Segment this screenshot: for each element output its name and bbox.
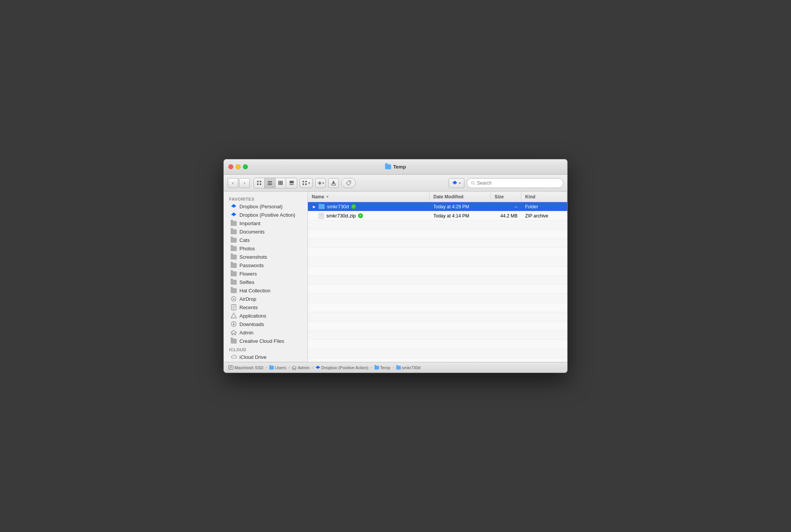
bc-sep: › (288, 365, 290, 370)
sidebar-item-documents[interactable]: Documents (225, 227, 306, 236)
sidebar: Favorites Dropbox (Personal) (224, 191, 308, 362)
sidebar-item-dropbox-personal[interactable]: Dropbox (Personal) (225, 202, 306, 211)
bc-label: Temp (380, 365, 391, 370)
cloud-icon (231, 354, 237, 360)
svg-rect-4 (268, 181, 272, 182)
tag-button[interactable] (341, 178, 356, 188)
kind-column-header[interactable]: Kind (521, 191, 567, 202)
search-icon (471, 181, 475, 185)
close-button[interactable] (228, 164, 233, 169)
action-chevron: ▾ (322, 181, 324, 185)
svg-rect-0 (257, 181, 259, 182)
sidebar-item-important[interactable]: Important (225, 219, 306, 227)
sidebar-item-recents[interactable]: Recents (225, 303, 306, 311)
bc-label: Macintosh SSD (234, 365, 264, 370)
minimize-button[interactable] (236, 164, 241, 169)
search-input[interactable] (477, 180, 559, 186)
dropbox-chevron: ▾ (459, 181, 461, 185)
svg-rect-17 (305, 183, 307, 185)
sidebar-label: Applications (239, 313, 266, 319)
breadcrumb-dropbox[interactable]: Dropbox (Positive Action) (316, 365, 369, 370)
sidebar-label: Dropbox (Positive Action) (239, 212, 295, 218)
svg-marker-46 (231, 330, 236, 335)
bc-sep: › (312, 365, 313, 370)
svg-rect-14 (303, 181, 304, 182)
dropbox-button[interactable]: ▾ (449, 178, 464, 188)
breadcrumb-temp[interactable]: Temp (374, 365, 391, 370)
folder-icon (231, 338, 237, 344)
svg-rect-12 (291, 184, 293, 185)
share-button[interactable] (328, 178, 339, 188)
folder-icon (231, 220, 237, 226)
sidebar-item-hat-collection[interactable]: Hat Collection (225, 286, 306, 295)
search-box[interactable] (467, 178, 563, 188)
table-row[interactable]: smkr730d.zip Today at 4:14 PM 44.2 MB ZI… (308, 211, 567, 221)
name-column-header[interactable]: Name ▼ (308, 191, 430, 202)
sidebar-label: Creative Cloud Files (239, 338, 284, 344)
sidebar-item-cats[interactable]: Cats (225, 236, 306, 244)
table-row[interactable]: ▶ smkr730d Today at 4:29 PM -- Folder (308, 202, 567, 211)
svg-point-22 (349, 181, 350, 182)
folder-icon (231, 287, 237, 294)
finder-window: Temp ‹ › (223, 159, 568, 373)
breadcrumb-macintosh-ssd[interactable]: Macintosh SSD (228, 365, 264, 370)
table-row-empty (308, 349, 567, 358)
folder-icon (231, 271, 237, 277)
sidebar-item-photos[interactable]: Photos (225, 244, 306, 253)
sidebar-item-admin[interactable]: Admin (225, 328, 306, 337)
back-button[interactable]: ‹ (228, 178, 238, 188)
view-column-button[interactable] (275, 178, 286, 188)
breadcrumb-admin[interactable]: Admin (292, 365, 309, 370)
bc-label: Users (275, 365, 286, 370)
svg-rect-5 (268, 183, 272, 183)
breadcrumb-smkr730d[interactable]: smkr730d (396, 365, 420, 370)
file-list: ▶ smkr730d Today at 4:29 PM -- Folder (308, 202, 567, 362)
group-button[interactable]: ▾ (299, 178, 313, 188)
file-size-cell: 44.2 MB (491, 213, 521, 219)
size-column-header[interactable]: Size (491, 191, 521, 202)
date-column-header[interactable]: Date Modified (430, 191, 491, 202)
maximize-button[interactable] (243, 164, 248, 169)
file-name: smkr730d.zip (326, 213, 356, 219)
file-date: Today at 4:29 PM (433, 204, 469, 209)
sidebar-item-flowers[interactable]: Flowers (225, 269, 306, 278)
sidebar-item-icloud-drive[interactable]: iCloud Drive (225, 353, 306, 361)
bc-label: Admin (298, 365, 309, 370)
breadcrumb-users[interactable]: Users (269, 365, 286, 370)
svg-marker-43 (231, 313, 236, 318)
action-button[interactable]: ▾ (315, 178, 326, 188)
table-row-empty (308, 257, 567, 266)
bc-label: smkr730d (402, 365, 420, 370)
folder-blue-icon (396, 366, 401, 370)
sidebar-label: Flowers (239, 271, 257, 277)
sidebar-item-selfies[interactable]: Selfies (225, 278, 306, 286)
svg-rect-6 (268, 184, 272, 185)
hd-icon (228, 365, 233, 370)
view-icon-button[interactable] (254, 178, 265, 188)
file-date-cell: Today at 4:29 PM (430, 204, 491, 209)
expand-arrow[interactable]: ▶ (312, 205, 316, 209)
table-row-empty (308, 331, 567, 340)
sidebar-item-airdrop[interactable]: AirDrop (225, 295, 306, 303)
table-row-empty (308, 303, 567, 312)
file-kind: Folder (525, 204, 538, 209)
sidebar-item-passwords[interactable]: Passwords (225, 261, 306, 269)
table-row-empty (308, 248, 567, 257)
folder-blue-icon (374, 366, 379, 370)
file-size: -- (514, 204, 518, 209)
sidebar-label: Dropbox (Personal) (239, 204, 283, 209)
sidebar-item-downloads[interactable]: Downloads (225, 320, 306, 328)
file-area: Name ▼ Date Modified Size Kind ▶ (308, 191, 567, 362)
sidebar-item-creative-cloud[interactable]: Creative Cloud Files (225, 337, 306, 345)
sidebar-item-dropbox-positive[interactable]: Dropbox (Positive Action) (225, 211, 306, 219)
downloads-icon (231, 321, 237, 327)
sidebar-label: Important (239, 221, 260, 226)
forward-button[interactable]: › (239, 178, 250, 188)
file-kind: ZIP archive (525, 213, 548, 219)
sidebar-item-screenshots[interactable]: Screenshots (225, 253, 306, 261)
view-list-button[interactable] (265, 178, 275, 188)
sidebar-item-applications[interactable]: Applications (225, 311, 306, 320)
view-gallery-button[interactable] (286, 178, 297, 188)
table-row-empty (308, 358, 567, 362)
file-kind-cell: ZIP archive (521, 213, 567, 219)
